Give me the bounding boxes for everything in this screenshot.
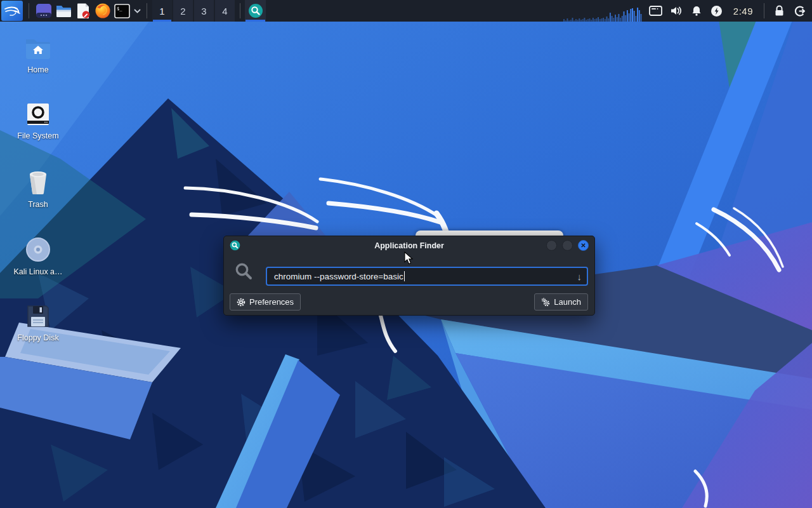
launcher-window-app-button[interactable] [34, 1, 53, 21]
panel-separator [147, 3, 147, 18]
launch-label: Launch [554, 297, 581, 307]
workspace-button-3[interactable]: 3 [194, 0, 214, 22]
button-row: Preferences Launch [224, 293, 594, 311]
command-input[interactable]: chromium --password-store=basic ↓ [266, 267, 588, 286]
lock-screen-button[interactable] [769, 1, 789, 21]
command-input-value: chromium --password-store=basic [274, 272, 403, 281]
trash-icon [25, 169, 51, 196]
desktop-icon-label: Trash [28, 200, 48, 209]
close-button[interactable]: ✕ [578, 240, 589, 251]
workspace-button-1[interactable]: 1 [152, 0, 172, 22]
panel-separator [240, 3, 240, 18]
floppy-disk-icon [25, 304, 51, 329]
home-folder-icon [24, 36, 52, 61]
volume-icon [670, 5, 683, 17]
terminal-icon: $_ [114, 4, 130, 18]
desktop-icon-kali-cd[interactable]: Kali Linux a… [0, 236, 76, 276]
desktop-icon-label: Floppy Disk [17, 333, 58, 342]
lock-icon [774, 5, 785, 17]
preferences-button[interactable]: Preferences [230, 293, 301, 311]
svg-text:$_: $_ [117, 6, 122, 11]
clock[interactable]: 2:49 [727, 6, 759, 17]
top-panel: $_ 1 2 3 4 [0, 0, 812, 22]
firefox-icon [95, 3, 111, 19]
workspace-button-2[interactable]: 2 [173, 0, 193, 22]
launch-button[interactable]: Launch [534, 293, 588, 311]
desktop-icon-floppy-disk[interactable]: Floppy Disk [0, 304, 76, 342]
desktop-icon-label: Kali Linux a… [13, 267, 62, 276]
launcher-terminal-button[interactable]: $_ [112, 1, 132, 21]
text-caret [404, 271, 405, 281]
chevron-down-icon [134, 9, 141, 13]
search-row: chromium --password-store=basic ↓ [224, 262, 594, 281]
cpu-graph[interactable] [563, 3, 642, 22]
logout-button[interactable] [789, 1, 809, 21]
workspace-button-4[interactable]: 4 [215, 0, 235, 22]
desktop-icon-label: Home [27, 65, 48, 74]
history-dropdown-button[interactable]: ↓ [577, 272, 582, 281]
taskbar-application-finder-button[interactable] [245, 0, 266, 22]
terminal-dropdown-button[interactable] [132, 1, 142, 21]
launcher-firefox-button[interactable] [93, 1, 112, 21]
text-editor-icon [75, 3, 91, 19]
screen-icon [649, 6, 662, 16]
file-manager-icon [55, 3, 72, 19]
tray-screen-button[interactable] [646, 1, 666, 21]
application-finder-window: Application Finder ✕ chromium --password… [223, 236, 595, 316]
window-title: Application Finder [224, 241, 594, 250]
logout-icon [794, 5, 806, 17]
bell-icon [691, 5, 702, 17]
volume-button[interactable] [666, 1, 686, 21]
launcher-text-editor-button[interactable] [73, 1, 93, 21]
application-finder-icon [230, 240, 240, 251]
file-system-icon [25, 102, 51, 127]
panel-separator [764, 3, 764, 18]
panel-separator [29, 3, 29, 18]
cdrom-icon [25, 236, 51, 263]
notifications-button[interactable] [686, 1, 707, 21]
desktop-icon-file-system[interactable]: File System [0, 102, 76, 140]
maximize-button[interactable] [562, 240, 573, 251]
launch-icon [541, 298, 550, 307]
search-icon [234, 262, 253, 281]
desktop-icon-trash[interactable]: Trash [0, 169, 76, 209]
kali-logo-icon [4, 3, 20, 18]
minimize-button[interactable] [546, 240, 557, 251]
power-badge-icon [710, 5, 723, 17]
preferences-label: Preferences [249, 297, 294, 307]
power-manager-button[interactable] [707, 1, 727, 21]
application-finder-icon [248, 3, 263, 18]
launcher-file-manager-button[interactable] [53, 1, 73, 21]
gear-icon [237, 298, 246, 307]
titlebar[interactable]: Application Finder ✕ [224, 236, 594, 255]
desktop-icon-home[interactable]: Home [0, 36, 76, 74]
window-app-icon [36, 3, 52, 19]
desktop-icon-label: File System [17, 131, 58, 140]
applications-menu-button[interactable] [1, 1, 23, 21]
